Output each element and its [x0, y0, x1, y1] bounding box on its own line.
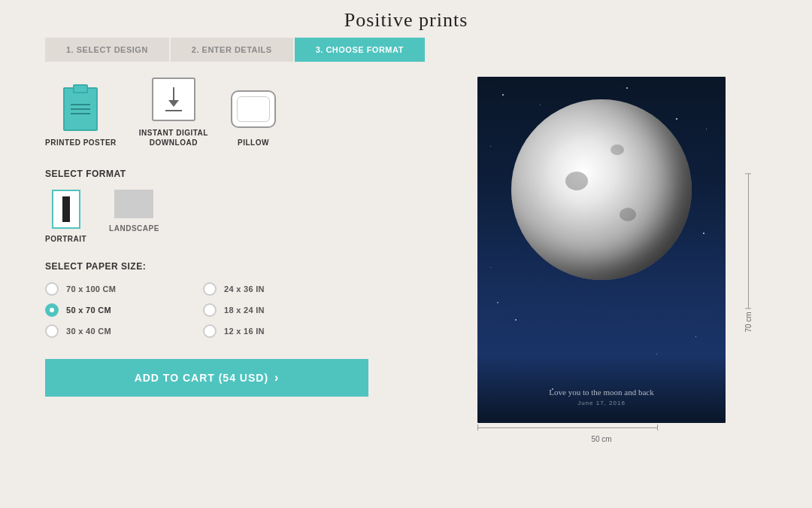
size-column-in: 24 x 36 IN 18 x 24 IN 12 x 16 IN [203, 282, 361, 338]
digital-shape [152, 78, 195, 121]
header: Positive prints [0, 0, 812, 38]
format-type-printed-poster[interactable]: PRINTED POSTER [45, 87, 117, 148]
arrow-line [173, 87, 174, 101]
radio-50x70[interactable] [45, 303, 59, 317]
paper-sizes: 70 x 100 CM 50 x 70 CM 30 x 40 CM 24 x 3… [45, 282, 406, 338]
poster-line-2 [71, 108, 90, 110]
arrow-head [168, 100, 179, 107]
landscape-shape [114, 190, 153, 218]
add-to-cart-label: ADD TO CART (54 USD) [135, 372, 268, 384]
size-70x100[interactable]: 70 x 100 CM [45, 282, 203, 296]
select-paper-size-label: SELECT PAPER SIZE: [45, 261, 406, 272]
format-type-pillow[interactable]: PILLOW [231, 87, 276, 148]
dimension-height: 70 cm [744, 173, 753, 332]
size-column-cm: 70 x 100 CM 50 x 70 CM 30 x 40 CM [45, 282, 203, 338]
step-enter-details[interactable]: 2. ENTER DETAILS [171, 38, 293, 62]
main-layout: PRINTED POSTER INSTANT DIGITAL DOWNLOAD [0, 77, 812, 428]
size-12x16[interactable]: 12 x 16 IN [203, 324, 361, 338]
size-label-50x70: 50 x 70 CM [66, 306, 111, 315]
landscape-label: LANDSCAPE [109, 224, 159, 233]
format-types: PRINTED POSTER INSTANT DIGITAL DOWNLOAD [45, 77, 406, 148]
radio-70x100[interactable] [45, 282, 59, 296]
size-24x36[interactable]: 24 x 36 IN [203, 282, 361, 296]
moon-crater-2 [611, 144, 624, 155]
dim-line-vertical [748, 173, 749, 309]
size-label-12x16: 12 x 16 IN [224, 327, 265, 336]
orientation-portrait[interactable]: PORTRAIT [45, 190, 86, 243]
poster-date: June 17, 2016 [477, 400, 726, 406]
dimension-width-container: 50 cm [477, 427, 726, 428]
dim-line-horizontal [477, 427, 658, 428]
select-format-label: SELECT FORMAT [45, 169, 406, 179]
arrow-base [165, 110, 182, 111]
step-choose-format[interactable]: 3. CHOOSE FORMAT [295, 38, 425, 62]
poster-preview: Love you to the moon and back June 17, 2… [477, 77, 726, 423]
poster-line-3 [71, 113, 90, 114]
left-panel: PRINTED POSTER INSTANT DIGITAL DOWNLOAD [45, 77, 406, 428]
right-panel: Love you to the moon and back June 17, 2… [436, 77, 767, 428]
moon-crater-1 [565, 172, 588, 190]
portrait-label: PORTRAIT [45, 235, 86, 243]
pillow-label: PILLOW [238, 138, 269, 148]
dim-width-label: 50 cm [591, 435, 611, 443]
pillow-shape [231, 90, 276, 128]
size-30x40[interactable]: 30 x 40 CM [45, 324, 203, 338]
orientation-landscape[interactable]: LANDSCAPE [109, 190, 159, 243]
portrait-shape [52, 190, 80, 229]
radio-12x16[interactable] [203, 324, 217, 338]
printed-poster-label: PRINTED POSTER [45, 138, 117, 148]
size-label-18x24: 18 x 24 IN [224, 306, 265, 315]
digital-download-label: INSTANT DIGITAL DOWNLOAD [139, 128, 208, 148]
steps-bar: 1. SELECT DESIGN 2. ENTER DETAILS 3. CHO… [0, 38, 812, 62]
poster-line-1 [71, 104, 90, 105]
format-type-digital-download[interactable]: INSTANT DIGITAL DOWNLOAD [139, 77, 208, 148]
portrait-inner-bar [62, 196, 70, 222]
size-label-30x40: 30 x 40 CM [66, 327, 111, 336]
radio-18x24[interactable] [203, 303, 217, 317]
digital-download-icon [151, 77, 196, 122]
orientation-selection: PORTRAIT LANDSCAPE [45, 190, 406, 243]
poster-shape [63, 87, 98, 131]
dim-height-label: 70 cm [744, 312, 753, 332]
poster-quote: Love you to the moon and back [477, 388, 726, 397]
download-arrow [165, 87, 182, 111]
add-to-cart-button[interactable]: ADD TO CART (54 USD) › [45, 359, 368, 397]
size-50x70[interactable]: 50 x 70 CM [45, 303, 203, 317]
size-label-24x36: 24 x 36 IN [224, 284, 265, 294]
radio-24x36[interactable] [203, 282, 217, 296]
size-18x24[interactable]: 18 x 24 IN [203, 303, 361, 317]
moon-image [511, 99, 692, 280]
size-label-70x100: 70 x 100 CM [66, 284, 116, 294]
logo: Positive prints [344, 9, 468, 31]
poster-text-area: Love you to the moon and back June 17, 2… [477, 388, 726, 406]
printed-poster-icon [58, 87, 103, 132]
moon-crater-3 [620, 208, 636, 221]
radio-30x40[interactable] [45, 324, 59, 338]
preview-container: Love you to the moon and back June 17, 2… [477, 77, 726, 428]
pillow-icon-wrapper [231, 87, 276, 132]
step-select-design[interactable]: 1. SELECT DESIGN [45, 38, 169, 62]
cart-arrow-icon: › [274, 371, 279, 385]
